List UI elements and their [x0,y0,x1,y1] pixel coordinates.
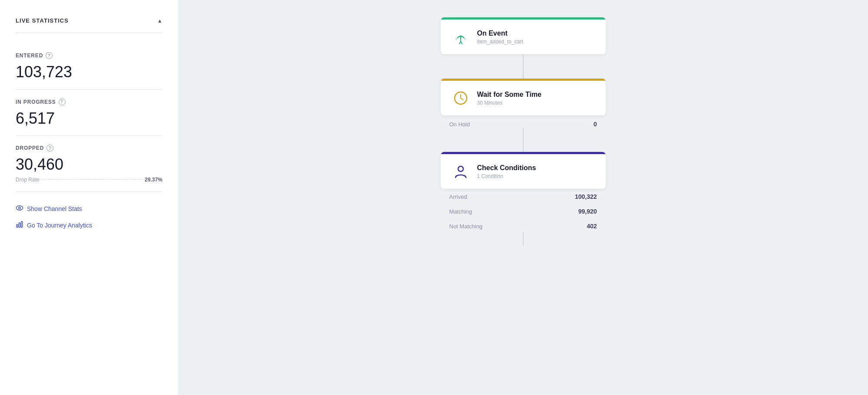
collapse-icon[interactable]: ▲ [157,18,162,24]
wait-subtitle: 30 Minutes [477,100,541,106]
live-statistics-panel: LIVE STATISTICS ▲ ENTERED ? 103,723 IN P… [0,0,178,395]
check-content: Check Conditions 1 Condition [441,154,606,189]
not-matching-label: Not Matching [449,223,483,230]
arrived-label: Arrived [449,194,467,200]
on-event-title: On Event [477,29,523,37]
check-title: Check Conditions [477,164,536,172]
wait-icon [451,89,470,108]
arrived-value: 100,322 [575,193,597,200]
svg-rect-3 [19,223,20,227]
entered-info-icon[interactable]: ? [46,52,53,59]
go-to-journey-analytics-link[interactable]: Go To Journey Analytics [16,221,162,230]
svg-point-5 [460,36,462,38]
flow-container: On Event item_added_to_cart [393,17,653,245]
in-progress-stat-block: IN PROGRESS ? 6,517 [16,90,162,136]
connector-3 [523,232,524,245]
svg-line-8 [461,98,463,100]
matching-value: 99,920 [578,208,597,215]
event-icon [451,27,470,46]
bar-chart-icon [16,221,23,230]
svg-point-0 [17,206,23,211]
check-stats-section: Arrived 100,322 Matching 99,920 Not Matc… [441,189,606,232]
eye-icon [16,204,23,214]
wait-title: Wait for Some Time [477,90,541,99]
dropped-info-icon[interactable]: ? [46,145,53,151]
go-to-journey-analytics-label: Go To Journey Analytics [27,222,92,229]
entered-value: 103,723 [16,63,162,81]
arrived-row: Arrived 100,322 [449,191,597,203]
drop-rate-dots [43,179,142,180]
on-hold-value: 0 [594,121,597,128]
in-progress-info-icon[interactable]: ? [59,99,66,105]
connector-2 [523,128,524,152]
in-progress-label: IN PROGRESS ? [16,99,162,105]
in-progress-value: 6,517 [16,110,162,127]
matching-label: Matching [449,208,472,215]
on-event-node[interactable]: On Event item_added_to_cart [441,17,606,54]
drop-rate-label: Drop Rate [16,177,40,183]
on-hold-label: On Hold [449,121,470,128]
entered-stat-block: ENTERED ? 103,723 [16,43,162,90]
drop-rate-value: 29.37% [145,177,162,183]
drop-rate-row: Drop Rate 29.37% [16,177,162,183]
show-channel-stats-label: Show Channel Stats [27,205,82,212]
on-hold-stats-row: On Hold 0 [441,115,606,128]
matching-row: Matching 99,920 [449,205,597,217]
dropped-stat-block: DROPPED ? 30,460 Drop Rate 29.37% [16,136,162,192]
dropped-label: DROPPED ? [16,145,162,151]
svg-point-1 [19,207,21,209]
show-channel-stats-link[interactable]: Show Channel Stats [16,204,162,214]
connector-1 [523,54,524,79]
flow-canvas: On Event item_added_to_cart [178,0,868,395]
svg-rect-2 [17,224,18,227]
check-conditions-node[interactable]: Check Conditions 1 Condition [441,152,606,189]
not-matching-row: Not Matching 402 [449,220,597,232]
svg-rect-4 [21,221,23,227]
on-event-subtitle: item_added_to_cart [477,39,523,45]
wait-for-time-node[interactable]: Wait for Some Time 30 Minutes [441,79,606,115]
not-matching-value: 402 [587,223,597,230]
on-event-content: On Event item_added_to_cart [441,20,606,54]
dropped-value: 30,460 [16,156,162,173]
wait-text: Wait for Some Time 30 Minutes [477,90,541,106]
wait-content: Wait for Some Time 30 Minutes [441,81,606,115]
stats-header: LIVE STATISTICS ▲ [16,17,162,24]
check-subtitle: 1 Condition [477,173,536,179]
stats-title: LIVE STATISTICS [16,17,69,24]
links-section: Show Channel Stats Go To Journey Analyti… [16,192,162,230]
entered-label: ENTERED ? [16,52,162,59]
condition-icon [451,162,470,181]
svg-point-9 [458,166,463,171]
header-divider [16,33,162,33]
on-event-text: On Event item_added_to_cart [477,29,523,45]
check-text: Check Conditions 1 Condition [477,164,536,179]
